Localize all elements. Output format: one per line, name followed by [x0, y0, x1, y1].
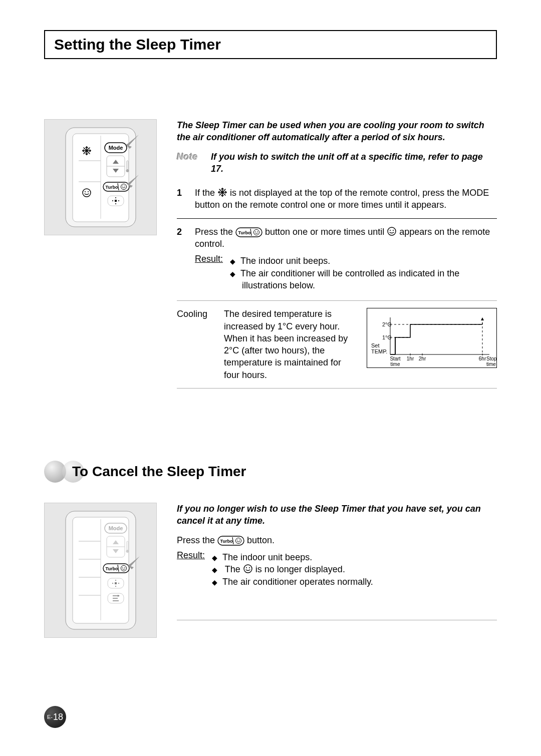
sleep-icon — [243, 564, 253, 574]
result-label: Result: — [195, 253, 223, 293]
chart-xtick-2hr: 2hr — [419, 356, 426, 361]
svg-rect-50 — [127, 541, 128, 550]
cancel-result-3: The air conditioner operates normally. — [224, 576, 373, 588]
turbo-sleep-button — [103, 182, 129, 191]
result-label: Result: — [177, 549, 205, 590]
divider — [177, 388, 497, 389]
step-2: 2 Press the button one or more times unt… — [177, 226, 497, 293]
step-2-result-2: The air conditioner will be controlled a… — [242, 267, 497, 292]
chart-ylabel-temp: TEMP. — [371, 348, 387, 354]
turbo-sleep-button-icon — [235, 227, 262, 237]
step-1-text-a: If the — [195, 188, 217, 198]
svg-point-24 — [126, 169, 129, 172]
svg-text:Mode: Mode — [108, 525, 123, 531]
cancel-result-1: The indoor unit beeps. — [224, 551, 373, 563]
chart-start-label: Start — [390, 356, 400, 361]
page-title-bar: Setting the Sleep Timer — [44, 30, 497, 59]
section-cancel-sleep-timer: Mode — [44, 503, 497, 638]
turbo-sleep-button — [103, 564, 129, 573]
chart-stop-label-2: time — [486, 361, 496, 367]
svg-rect-23 — [127, 161, 128, 170]
step-2-result-bullets: The indoor unit beeps. The air condition… — [230, 255, 497, 291]
step-1-number: 1 — [177, 187, 186, 211]
chart-stop-label: Stop — [486, 356, 497, 361]
note-text: If you wish to switch the unit off at a … — [211, 151, 497, 175]
chart-xtick-6hr: 6hr — [479, 356, 486, 361]
note-label: Note — [177, 151, 198, 175]
step-2-result: Result: The indoor unit beeps. The air c… — [195, 253, 497, 293]
step-1-body: If the is not displayed at the top of th… — [195, 187, 497, 211]
step-2-number: 2 — [177, 226, 186, 293]
cancel-press-b: button. — [247, 535, 275, 545]
page-number-badge: E-18 — [44, 706, 66, 728]
chart-xtick-1hr: 1hr — [407, 356, 414, 361]
cooling-row: Cooling The desired temperature is incre… — [177, 308, 497, 381]
cancel-press-line: Press the button. — [177, 534, 497, 546]
content-cancel-sleep-timer: If you no longer wish to use the Sleep T… — [177, 503, 497, 627]
section-set-sleep-timer: Mode — [44, 119, 497, 396]
divider — [177, 218, 497, 219]
cancel-press-a: Press the — [177, 535, 217, 545]
subheading-cancel: To Cancel the Sleep Timer — [44, 461, 497, 483]
divider — [177, 620, 497, 620]
mode-button: Mode — [105, 143, 127, 153]
subheading-title: To Cancel the Sleep Timer — [72, 464, 246, 480]
cancel-intro: If you no longer wish to use the Sleep T… — [177, 503, 497, 527]
chart-start-label-2: time — [391, 361, 400, 367]
remote-illustration-1: Mode — [44, 119, 157, 235]
note-row: Note If you wish to switch the unit off … — [177, 151, 497, 175]
sleep-icon — [387, 226, 397, 236]
turbo-sleep-button-icon — [217, 536, 244, 546]
step-1-text-b: is not displayed at the top of the remot… — [195, 188, 489, 210]
cancel-result-2: The is no longer displayed. — [224, 563, 373, 575]
step-2-result-1: The indoor unit beeps. — [242, 255, 497, 267]
svg-point-51 — [126, 550, 129, 553]
step-1: 1 If the is not displayed at the top of … — [177, 187, 497, 211]
sleep-temperature-chart: Set TEMP. 2°C 1°C — [367, 308, 497, 368]
snowflake-icon — [217, 187, 227, 197]
cooling-label: Cooling — [177, 308, 212, 320]
step-2-body: Press the button one or more times until… — [195, 226, 497, 293]
content-set-sleep-timer: The Sleep Timer can be used when you are… — [177, 119, 497, 396]
mode-button-label: Mode — [108, 145, 123, 151]
page-number: 18 — [53, 712, 63, 722]
intro-text: The Sleep Timer can be used when you are… — [177, 119, 497, 144]
page-number-prefix: E- — [47, 714, 53, 720]
cancel-result-bullets: The indoor unit beeps. The is no longer … — [212, 551, 373, 588]
step-2-text-b: button one or more times until — [265, 227, 387, 237]
step-2-text-a: Press the — [195, 227, 235, 237]
cancel-result: Result: The indoor unit beeps. The is no… — [177, 549, 497, 590]
chart-ylabel-set: Set — [371, 342, 380, 348]
cooling-text: The desired temperature is increased by … — [224, 308, 355, 381]
divider — [177, 300, 497, 301]
remote-illustration-2: Mode — [44, 503, 157, 638]
page-title: Setting the Sleep Timer — [54, 36, 487, 53]
